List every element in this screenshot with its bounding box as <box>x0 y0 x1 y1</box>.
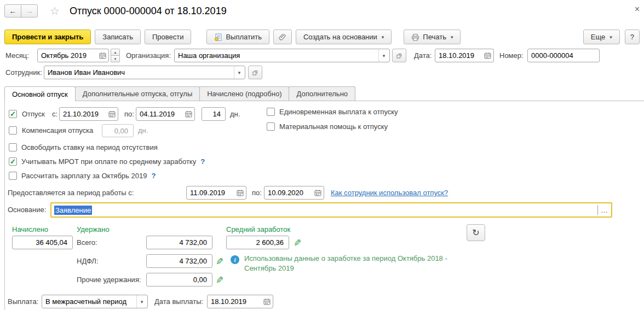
help-button[interactable]: ? <box>625 30 640 44</box>
post-button[interactable]: Провести <box>145 30 192 44</box>
edit-average-pencil-icon[interactable]: ✎ <box>294 238 301 248</box>
open-form-icon <box>396 52 403 59</box>
tab-additional[interactable]: Дополнительно <box>289 86 355 101</box>
material-aid-checkbox-row[interactable]: ✓ Материальная помощь к отпуску <box>267 122 388 131</box>
attachments-button[interactable] <box>273 30 292 44</box>
withheld-total-field[interactable]: 4 732,00 <box>146 236 212 249</box>
favorite-star-icon[interactable]: ☆ <box>50 4 60 17</box>
work-period-label: Предоставляется за период работы с: <box>8 186 134 200</box>
vacation-checkbox[interactable]: ✓ <box>9 110 17 118</box>
work-period-to-field[interactable]: 10.09.2020 <box>264 186 324 200</box>
mrot-help-icon[interactable]: ? <box>200 157 205 166</box>
employee-open-button[interactable] <box>248 66 262 79</box>
calc-salary-label: Рассчитать зарплату за Октябрь 2019 <box>21 172 147 180</box>
chevron-down-icon: ▾ <box>451 34 453 40</box>
calendar-icon[interactable] <box>312 186 323 199</box>
payment-type-select[interactable]: В межрасчетный период ▾ <box>42 295 148 308</box>
refresh-button[interactable]: ↻ <box>467 224 485 241</box>
tab-main-vacation[interactable]: Основной отпуск <box>4 86 76 101</box>
close-icon[interactable]: × <box>635 5 640 14</box>
chevron-down-icon: ▾ <box>610 34 612 40</box>
vacation-days-field[interactable]: 14 <box>202 107 226 121</box>
calendar-icon[interactable] <box>234 186 245 199</box>
organization-field[interactable]: Наша организация ▾ <box>174 49 390 62</box>
lump-sum-checkbox-row[interactable]: ✓ Единовременная выплата к отпуску <box>267 108 398 116</box>
edit-ndfl-pencil-icon[interactable]: ✎ <box>216 257 223 266</box>
calendar-icon[interactable] <box>482 49 493 62</box>
date-field[interactable]: 18.10.2019 <box>435 49 494 62</box>
month-field[interactable]: Октябрь 2019 <box>37 49 109 62</box>
payment-date-field[interactable]: 18.10.2019 <box>207 295 273 308</box>
employee-label: Сотрудник: <box>5 66 42 79</box>
calendar-icon[interactable] <box>97 49 108 62</box>
accrued-header: Начислено <box>12 225 48 233</box>
compensation-unit-label: дн. <box>138 124 148 137</box>
earnings-info-text: Использованы данные о заработке за перио… <box>244 254 455 273</box>
release-rate-checkbox-row[interactable]: ✓ Освободить ставку на период отсутствия <box>9 143 158 151</box>
lump-sum-checkbox[interactable]: ✓ <box>267 108 275 116</box>
post-and-close-button[interactable]: Провести и закрыть <box>4 30 91 44</box>
lump-sum-label: Единовременная выплата к отпуску <box>279 108 398 116</box>
basis-field[interactable]: Заявление … <box>50 202 612 218</box>
material-aid-checkbox[interactable]: ✓ <box>267 122 275 131</box>
payment-date-label: Дата выплаты: <box>154 295 203 308</box>
work-period-from-field[interactable]: 11.09.2019 <box>186 186 246 200</box>
month-stepper: ▴ ▾ <box>111 49 120 62</box>
chevron-down-icon[interactable]: ▾ <box>136 295 147 308</box>
calendar-icon[interactable] <box>106 108 117 120</box>
calendar-icon[interactable] <box>183 108 194 120</box>
tab-additional-vacations[interactable]: Дополнительные отпуска, отгулы <box>75 86 200 101</box>
compensation-days-field: 0,00 <box>102 124 134 137</box>
create-based-on-button[interactable]: Создать на основании ▾ <box>296 30 392 44</box>
calc-salary-checkbox-row[interactable]: ✓ Рассчитать зарплату за Октябрь 2019 ? <box>9 172 156 180</box>
forward-arrow-button[interactable]: → <box>21 4 38 17</box>
vacation-usage-link[interactable]: Как сотрудник использовал отпуск? <box>331 186 448 200</box>
print-button[interactable]: Печать ▾ <box>404 30 461 44</box>
release-rate-checkbox[interactable]: ✓ <box>9 143 17 151</box>
average-earnings-field[interactable]: 2 600,36 <box>226 236 289 249</box>
window-header: ← → ☆ Отпуск 0000-000004 от 18.10.2019 <box>4 4 227 17</box>
vacation-to-field[interactable]: 04.11.2019 <box>136 107 195 121</box>
pay-button[interactable]: Выплатить <box>206 30 269 44</box>
stepper-down-icon[interactable]: ▾ <box>111 55 120 62</box>
mrot-checkbox[interactable]: ✓ <box>9 157 17 166</box>
tab-bar: Основной отпуск Дополнительные отпуска, … <box>4 86 355 101</box>
page-title: Отпуск 0000-000004 от 18.10.2019 <box>70 5 227 17</box>
payment-label: Выплата: <box>8 295 38 308</box>
vacation-from-label: с: <box>52 107 58 121</box>
employee-field[interactable]: Иванов Иван Иванович ▾ <box>44 66 245 79</box>
pay-document-icon <box>214 33 222 41</box>
mrot-checkbox-row[interactable]: ✓ Учитывать МРОТ при оплате по среднему … <box>9 157 205 166</box>
release-rate-label: Освободить ставку на период отсутствия <box>21 143 158 151</box>
vacation-from-field[interactable]: 21.10.2019 <box>59 107 118 121</box>
number-field[interactable]: 0000-000004 <box>527 49 600 62</box>
open-form-icon <box>252 69 258 76</box>
write-button[interactable]: Записать <box>95 30 141 44</box>
chevron-down-icon[interactable]: ▾ <box>378 49 389 62</box>
compensation-checkbox[interactable]: ✓ <box>9 126 17 134</box>
accrued-field[interactable]: 36 405,04 <box>12 236 73 249</box>
organization-open-button[interactable] <box>392 49 406 62</box>
chevron-down-icon[interactable]: ▾ <box>234 66 244 79</box>
other-deductions-label: Прочие удержания: <box>77 273 141 286</box>
basis-choose-button[interactable]: … <box>598 206 611 214</box>
ndfl-field[interactable]: 4 732,00 <box>146 254 212 268</box>
back-arrow-button[interactable]: ← <box>4 4 21 17</box>
tab-accrued-detail[interactable]: Начислено (подробно) <box>199 86 289 101</box>
info-icon: i <box>231 255 239 264</box>
number-label: Номер: <box>499 49 524 62</box>
calendar-icon[interactable] <box>261 295 272 308</box>
date-label: Дата: <box>414 49 432 62</box>
toolbar-right: Еще ▾ ? <box>583 30 640 44</box>
edit-other-pencil-icon[interactable]: ✎ <box>216 276 223 285</box>
calc-salary-checkbox[interactable]: ✓ <box>9 172 17 180</box>
calc-salary-help-icon[interactable]: ? <box>151 172 156 180</box>
compensation-label: Компенсация отпуска <box>22 124 93 137</box>
organization-label: Организация: <box>126 49 171 62</box>
ndfl-label: НДФЛ: <box>77 254 99 268</box>
other-deductions-field[interactable]: 0,00 <box>146 273 212 286</box>
work-period-to-label: по: <box>252 186 262 200</box>
basis-selected-text: Заявление <box>54 206 92 215</box>
more-button[interactable]: Еще ▾ <box>583 30 620 44</box>
withheld-total-label: Всего: <box>77 236 97 249</box>
